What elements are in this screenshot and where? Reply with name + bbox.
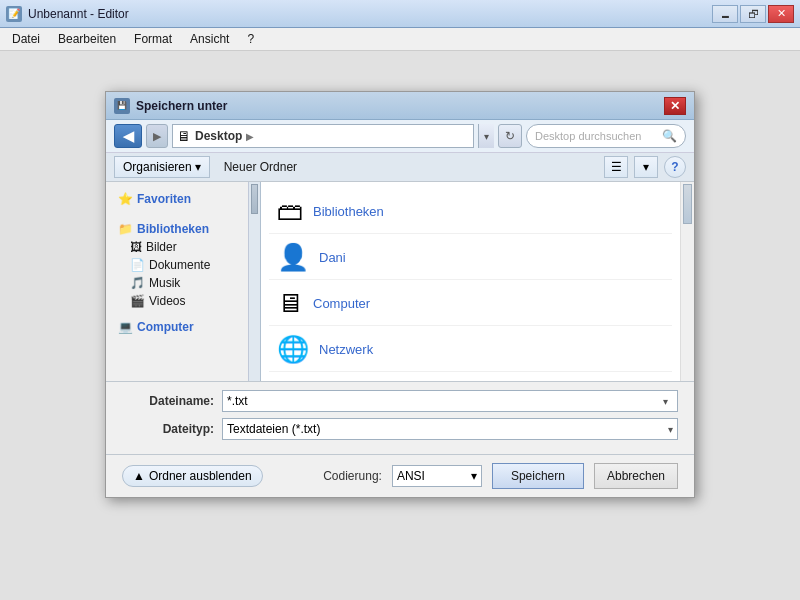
location-text: Desktop — [195, 129, 242, 143]
new-folder-button[interactable]: Neuer Ordner — [216, 157, 305, 177]
collapse-label: Ordner ausblenden — [149, 469, 252, 483]
folder-icon: 🖥 — [177, 128, 191, 144]
sidebar-section-favorites: ⭐ Favoriten — [110, 188, 244, 208]
dialog-close-button[interactable]: ✕ — [664, 97, 686, 115]
scrollbar-thumb[interactable] — [683, 184, 692, 224]
filetype-row: Dateityp: Textdateien (*.txt) ▾ — [122, 418, 678, 440]
window-title-bar: 📝 Unbenannt - Editor 🗕 🗗 ✕ — [0, 0, 800, 28]
location-bar: 🖥 Desktop ▶ — [172, 124, 474, 148]
collapse-button[interactable]: ▲ Ordner ausblenden — [122, 465, 263, 487]
content-area: ⭐ Favoriten 📁 Bibliotheken 🖼 Bilder — [106, 182, 694, 382]
toolbar-row: Organisieren ▾ Neuer Ordner ☰ ▾ ? — [106, 153, 694, 182]
location-dropdown-button[interactable]: ▾ — [478, 124, 494, 148]
window-app-icon: 📝 — [6, 6, 22, 22]
window-title: Unbenannt - Editor — [28, 7, 712, 21]
sidebar-section-bibliotheken[interactable]: 📁 Bibliotheken — [110, 218, 244, 238]
save-dialog: 💾 Speichern unter ✕ ◀ ▶ 🖥 Desktop ▶ ▾ ↻ … — [105, 91, 695, 498]
menu-format[interactable]: Format — [126, 30, 180, 48]
codierung-label: Codierung: — [323, 469, 382, 483]
dialog-title-bar: 💾 Speichern unter ✕ — [106, 92, 694, 120]
minimize-button[interactable]: 🗕 — [712, 5, 738, 23]
dialog-bottom: ▲ Ordner ausblenden Codierung: ANSI ▾ Sp… — [106, 454, 694, 497]
search-bar[interactable]: Desktop durchsuchen 🔍 — [526, 124, 686, 148]
organize-label: Organisieren — [123, 160, 192, 174]
window-controls: 🗕 🗗 ✕ — [712, 5, 794, 23]
sidebar: ⭐ Favoriten 📁 Bibliotheken 🖼 Bilder — [106, 182, 248, 381]
form-area: Dateiname: *.txt ▾ Dateityp: Textdateien… — [106, 382, 694, 454]
view-dropdown-button[interactable]: ▾ — [634, 156, 658, 178]
sidebar-area: ⭐ Favoriten 📁 Bibliotheken 🖼 Bilder — [106, 182, 261, 381]
filetype-select[interactable]: Textdateien (*.txt) ▾ — [222, 418, 678, 440]
scrollbar-track — [681, 182, 694, 381]
netzwerk-icon: 🌐 — [277, 334, 309, 365]
maximize-button[interactable]: 🗗 — [740, 5, 766, 23]
file-list: 🗃 Bibliotheken 👤 Dani 🖥 Computer 🌐 Netzw… — [261, 182, 680, 381]
bibliotheken-icon: 📁 — [118, 222, 133, 236]
menu-datei[interactable]: Datei — [4, 30, 48, 48]
sidebar-item-videos[interactable]: 🎬 Videos — [110, 292, 244, 310]
videos-icon: 🎬 — [130, 294, 145, 308]
search-icon: 🔍 — [662, 129, 677, 143]
forward-button[interactable]: ▶ — [146, 124, 168, 148]
dialog-icon: 💾 — [114, 98, 130, 114]
file-item-name: Computer — [313, 296, 370, 311]
computer-icon: 🖥 — [277, 288, 303, 319]
sidebar-item-musik[interactable]: 🎵 Musik — [110, 274, 244, 292]
favorites-icon: ⭐ — [118, 192, 133, 206]
codierung-value: ANSI — [397, 469, 425, 483]
organize-button[interactable]: Organisieren ▾ — [114, 156, 210, 178]
dani-icon: 👤 — [277, 242, 309, 273]
help-button[interactable]: ? — [664, 156, 686, 178]
sidebar-scrollbar[interactable] — [248, 182, 260, 381]
filename-dropdown-arrow[interactable]: ▾ — [657, 396, 673, 407]
sidebar-item-bilder[interactable]: 🖼 Bilder — [110, 238, 244, 256]
menu-ansicht[interactable]: Ansicht — [182, 30, 237, 48]
window-close-button[interactable]: ✕ — [768, 5, 794, 23]
collapse-icon: ▲ — [133, 469, 145, 483]
file-list-scrollbar[interactable] — [680, 182, 694, 381]
bilder-icon: 🖼 — [130, 240, 142, 254]
dokumente-icon: 📄 — [130, 258, 145, 272]
menu-help[interactable]: ? — [239, 30, 262, 48]
sidebar-item-dokumente[interactable]: 📄 Dokumente — [110, 256, 244, 274]
dialog-title: Speichern unter — [136, 99, 664, 113]
filetype-dropdown-arrow: ▾ — [668, 424, 673, 435]
sidebar-scrollbar-thumb[interactable] — [251, 184, 258, 214]
location-arrow: ▶ — [246, 131, 254, 142]
menu-bearbeiten[interactable]: Bearbeiten — [50, 30, 124, 48]
sidebar-section-computer[interactable]: 💻 Computer — [110, 316, 244, 336]
search-placeholder: Desktop durchsuchen — [535, 130, 658, 142]
file-item-netzwerk[interactable]: 🌐 Netzwerk — [269, 328, 672, 372]
codierung-arrow: ▾ — [471, 469, 477, 483]
bibliotheken-file-icon: 🗃 — [277, 196, 303, 227]
file-item-bibliotheken[interactable]: 🗃 Bibliotheken — [269, 190, 672, 234]
save-button[interactable]: Speichern — [492, 463, 584, 489]
filetype-label: Dateityp: — [122, 422, 222, 436]
file-item-computer[interactable]: 🖥 Computer — [269, 282, 672, 326]
app-body: 💾 Speichern unter ✕ ◀ ▶ 🖥 Desktop ▶ ▾ ↻ … — [0, 51, 800, 600]
organize-arrow: ▾ — [195, 160, 201, 174]
file-item-name: Netzwerk — [319, 342, 373, 357]
computer-sidebar-icon: 💻 — [118, 320, 133, 334]
file-item-dani[interactable]: 👤 Dani — [269, 236, 672, 280]
refresh-button[interactable]: ↻ — [498, 124, 522, 148]
dialog-overlay: 💾 Speichern unter ✕ ◀ ▶ 🖥 Desktop ▶ ▾ ↻ … — [0, 51, 800, 600]
file-item-name: Dani — [319, 250, 346, 265]
nav-bar: ◀ ▶ 🖥 Desktop ▶ ▾ ↻ Desktop durchsuchen … — [106, 120, 694, 153]
file-item-name: Bibliotheken — [313, 204, 384, 219]
menu-bar: Datei Bearbeiten Format Ansicht ? — [0, 28, 800, 51]
filename-input[interactable]: *.txt ▾ — [222, 390, 678, 412]
filename-row: Dateiname: *.txt ▾ — [122, 390, 678, 412]
filename-label: Dateiname: — [122, 394, 222, 408]
codierung-select[interactable]: ANSI ▾ — [392, 465, 482, 487]
cancel-button[interactable]: Abbrechen — [594, 463, 678, 489]
view-toggle-button[interactable]: ☰ — [604, 156, 628, 178]
back-button[interactable]: ◀ — [114, 124, 142, 148]
musik-icon: 🎵 — [130, 276, 145, 290]
